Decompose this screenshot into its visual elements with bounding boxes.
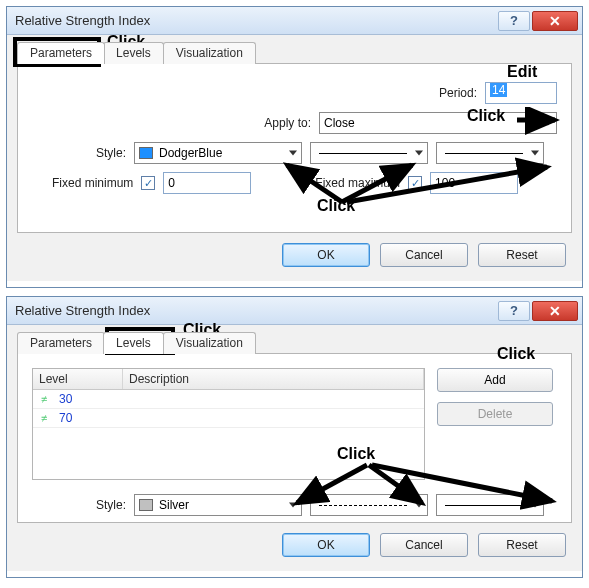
button-row: OK Cancel Reset bbox=[17, 523, 572, 561]
fixed-max-checkbox[interactable]: ✓ bbox=[408, 176, 422, 190]
chevron-down-icon bbox=[415, 151, 423, 156]
period-input[interactable]: 14 bbox=[485, 82, 557, 104]
tabstrip: Parameters Colors Levels Visualization bbox=[17, 41, 572, 63]
level-icon: ≠ bbox=[33, 393, 55, 405]
level-icon: ≠ bbox=[33, 412, 55, 424]
level-value: 70 bbox=[55, 409, 76, 427]
close-button[interactable]: ✕ bbox=[532, 301, 578, 321]
reset-button[interactable]: Reset bbox=[478, 533, 566, 557]
period-label: Period: bbox=[439, 86, 477, 100]
level-row[interactable]: ≠ 30 bbox=[33, 390, 424, 409]
chevron-down-icon bbox=[544, 121, 552, 126]
tabstrip: Parameters Colors Levels Visualization bbox=[17, 331, 572, 353]
tab-levels[interactable]: Levels bbox=[103, 332, 164, 354]
period-value: 14 bbox=[490, 83, 507, 97]
rsi-dialog-levels: Relative Strength Index ? ✕ Parameters C… bbox=[6, 296, 583, 578]
window-title: Relative Strength Index bbox=[15, 303, 496, 318]
style-line-type-select[interactable] bbox=[310, 494, 428, 516]
style-line-width-select[interactable] bbox=[436, 142, 544, 164]
button-row: OK Cancel Reset bbox=[17, 233, 572, 271]
window-title: Relative Strength Index bbox=[15, 13, 496, 28]
tabpanel-parameters: Period: 14 Apply to: Close Style: Dodger… bbox=[17, 63, 572, 233]
style-line-width-select[interactable] bbox=[436, 494, 544, 516]
help-button[interactable]: ? bbox=[498, 301, 530, 321]
apply-to-label: Apply to: bbox=[264, 116, 311, 130]
apply-to-select[interactable]: Close bbox=[319, 112, 557, 134]
level-row[interactable]: ≠ 70 bbox=[33, 409, 424, 428]
col-description[interactable]: Description bbox=[123, 369, 424, 389]
close-button[interactable]: ✕ bbox=[532, 11, 578, 31]
style-label: Style: bbox=[88, 498, 126, 512]
line-preview bbox=[445, 505, 523, 506]
chevron-down-icon bbox=[289, 503, 297, 508]
fixed-min-label: Fixed minimum bbox=[52, 176, 133, 190]
tab-visualization[interactable]: Visualization bbox=[163, 332, 256, 354]
list-header: Level Description bbox=[33, 369, 424, 390]
fixed-max-label: Fixed maximum bbox=[315, 176, 400, 190]
style-color-select[interactable]: Silver bbox=[134, 494, 302, 516]
color-swatch bbox=[139, 147, 153, 159]
fixed-min-input[interactable] bbox=[163, 172, 251, 194]
tab-parameters[interactable]: Parameters bbox=[17, 332, 105, 354]
tab-parameters[interactable]: Parameters bbox=[17, 42, 105, 64]
style-color-name: DodgerBlue bbox=[159, 146, 222, 160]
rsi-dialog-parameters: Relative Strength Index ? ✕ Parameters C… bbox=[6, 6, 583, 288]
delete-button[interactable]: Delete bbox=[437, 402, 553, 426]
level-value: 30 bbox=[55, 390, 76, 408]
style-color-select[interactable]: DodgerBlue bbox=[134, 142, 302, 164]
cancel-button[interactable]: Cancel bbox=[380, 243, 468, 267]
cancel-button[interactable]: Cancel bbox=[380, 533, 468, 557]
tab-levels[interactable]: Levels bbox=[103, 42, 164, 64]
style-color-name: Silver bbox=[159, 498, 189, 512]
titlebar[interactable]: Relative Strength Index ? ✕ bbox=[7, 297, 582, 325]
client-area: Parameters Colors Levels Visualization P… bbox=[7, 35, 582, 281]
reset-button[interactable]: Reset bbox=[478, 243, 566, 267]
ok-button[interactable]: OK bbox=[282, 243, 370, 267]
help-button[interactable]: ? bbox=[498, 11, 530, 31]
client-area: Parameters Colors Levels Visualization L… bbox=[7, 325, 582, 571]
tab-visualization[interactable]: Visualization bbox=[163, 42, 256, 64]
chevron-down-icon bbox=[415, 503, 423, 508]
color-swatch bbox=[139, 499, 153, 511]
chevron-down-icon bbox=[531, 503, 539, 508]
style-label: Style: bbox=[88, 146, 126, 160]
add-button[interactable]: Add bbox=[437, 368, 553, 392]
col-level[interactable]: Level bbox=[33, 369, 123, 389]
ok-button[interactable]: OK bbox=[282, 533, 370, 557]
tabpanel-levels: Level Description ≠ 30 ≠ 70 Add Delete bbox=[17, 353, 572, 523]
levels-list[interactable]: Level Description ≠ 30 ≠ 70 bbox=[32, 368, 425, 480]
fixed-max-input[interactable] bbox=[430, 172, 518, 194]
titlebar[interactable]: Relative Strength Index ? ✕ bbox=[7, 7, 582, 35]
fixed-min-checkbox[interactable]: ✓ bbox=[141, 176, 155, 190]
chevron-down-icon bbox=[531, 151, 539, 156]
line-preview bbox=[319, 153, 407, 154]
style-line-type-select[interactable] bbox=[310, 142, 428, 164]
chevron-down-icon bbox=[289, 151, 297, 156]
line-preview bbox=[319, 505, 407, 506]
line-preview bbox=[445, 153, 523, 154]
apply-to-value: Close bbox=[324, 116, 355, 130]
